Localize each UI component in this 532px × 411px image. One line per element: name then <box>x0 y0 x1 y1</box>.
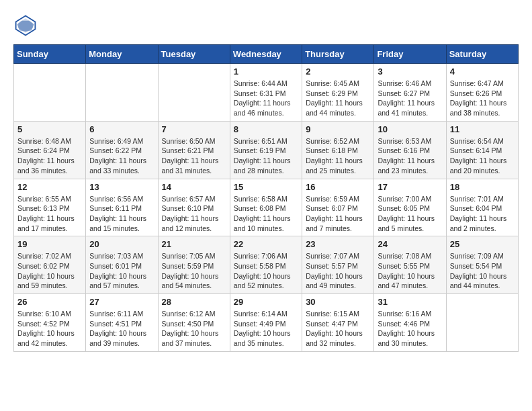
day-info: Sunrise: 6:15 AM Sunset: 4:47 PM Dayligh… <box>306 309 370 349</box>
calendar-week-row: 19Sunrise: 7:02 AM Sunset: 6:02 PM Dayli… <box>14 236 519 294</box>
day-info: Sunrise: 6:48 AM Sunset: 6:24 PM Dayligh… <box>17 136 82 176</box>
calendar-cell: 14Sunrise: 6:57 AM Sunset: 6:10 PM Dayli… <box>158 179 230 236</box>
day-number: 5 <box>17 124 82 134</box>
day-info: Sunrise: 6:47 AM Sunset: 6:26 PM Dayligh… <box>450 79 515 118</box>
calendar-cell: 8Sunrise: 6:51 AM Sunset: 6:19 PM Daylig… <box>230 121 302 179</box>
day-number: 16 <box>306 182 370 192</box>
day-info: Sunrise: 7:08 AM Sunset: 5:55 PM Dayligh… <box>378 251 442 291</box>
calendar-week-row: 5Sunrise: 6:48 AM Sunset: 6:24 PM Daylig… <box>14 121 519 179</box>
day-info: Sunrise: 7:02 AM Sunset: 6:02 PM Dayligh… <box>17 251 82 291</box>
day-info: Sunrise: 6:12 AM Sunset: 4:50 PM Dayligh… <box>162 309 226 349</box>
weekday-header-wednesday: Wednesday <box>230 45 302 64</box>
calendar-cell: 10Sunrise: 6:53 AM Sunset: 6:16 PM Dayli… <box>374 121 446 179</box>
calendar-cell: 3Sunrise: 6:46 AM Sunset: 6:27 PM Daylig… <box>374 64 446 122</box>
day-number: 1 <box>234 66 298 77</box>
day-number: 23 <box>306 239 370 249</box>
calendar-cell: 22Sunrise: 7:06 AM Sunset: 5:58 PM Dayli… <box>230 236 302 294</box>
weekday-header-friday: Friday <box>374 45 446 64</box>
day-number: 2 <box>306 66 370 77</box>
day-number: 26 <box>17 297 82 307</box>
day-number: 3 <box>378 66 442 77</box>
calendar-cell: 18Sunrise: 7:01 AM Sunset: 6:04 PM Dayli… <box>446 179 518 236</box>
day-number: 4 <box>450 66 515 77</box>
day-info: Sunrise: 6:50 AM Sunset: 6:21 PM Dayligh… <box>162 136 226 176</box>
day-info: Sunrise: 7:01 AM Sunset: 6:04 PM Dayligh… <box>450 194 515 234</box>
day-number: 6 <box>89 124 154 134</box>
weekday-header-sunday: Sunday <box>14 45 86 64</box>
calendar-cell: 5Sunrise: 6:48 AM Sunset: 6:24 PM Daylig… <box>14 121 86 179</box>
day-info: Sunrise: 6:10 AM Sunset: 4:52 PM Dayligh… <box>17 309 82 349</box>
day-info: Sunrise: 7:03 AM Sunset: 6:01 PM Dayligh… <box>89 251 154 291</box>
day-number: 11 <box>450 124 515 134</box>
day-info: Sunrise: 6:49 AM Sunset: 6:22 PM Dayligh… <box>89 136 154 176</box>
calendar-week-row: 26Sunrise: 6:10 AM Sunset: 4:52 PM Dayli… <box>14 294 519 352</box>
logo-icon <box>13 13 38 38</box>
day-info: Sunrise: 7:06 AM Sunset: 5:58 PM Dayligh… <box>234 251 298 291</box>
day-number: 12 <box>17 182 82 192</box>
calendar-cell: 1Sunrise: 6:44 AM Sunset: 6:31 PM Daylig… <box>230 64 302 122</box>
day-number: 30 <box>306 297 370 307</box>
day-number: 10 <box>378 124 442 134</box>
day-info: Sunrise: 6:55 AM Sunset: 6:13 PM Dayligh… <box>17 194 82 234</box>
day-number: 8 <box>234 124 298 134</box>
day-number: 28 <box>162 297 226 307</box>
day-number: 22 <box>234 239 298 249</box>
day-number: 9 <box>306 124 370 134</box>
calendar-cell: 31Sunrise: 6:16 AM Sunset: 4:46 PM Dayli… <box>374 294 446 352</box>
weekday-header-tuesday: Tuesday <box>158 45 230 64</box>
calendar-cell: 24Sunrise: 7:08 AM Sunset: 5:55 PM Dayli… <box>374 236 446 294</box>
day-info: Sunrise: 6:45 AM Sunset: 6:29 PM Dayligh… <box>306 79 370 118</box>
day-number: 31 <box>378 297 442 307</box>
day-info: Sunrise: 7:07 AM Sunset: 5:57 PM Dayligh… <box>306 251 370 291</box>
day-info: Sunrise: 6:11 AM Sunset: 4:51 PM Dayligh… <box>89 309 154 349</box>
calendar-cell <box>158 64 230 122</box>
day-info: Sunrise: 6:44 AM Sunset: 6:31 PM Dayligh… <box>234 79 298 118</box>
calendar-cell <box>86 64 158 122</box>
calendar-header-row: SundayMondayTuesdayWednesdayThursdayFrid… <box>14 45 519 64</box>
day-info: Sunrise: 6:54 AM Sunset: 6:14 PM Dayligh… <box>450 136 515 176</box>
calendar-cell: 2Sunrise: 6:45 AM Sunset: 6:29 PM Daylig… <box>302 64 374 122</box>
calendar-cell: 29Sunrise: 6:14 AM Sunset: 4:49 PM Dayli… <box>230 294 302 352</box>
day-info: Sunrise: 7:00 AM Sunset: 6:05 PM Dayligh… <box>378 194 442 234</box>
calendar-cell: 28Sunrise: 6:12 AM Sunset: 4:50 PM Dayli… <box>158 294 230 352</box>
day-info: Sunrise: 6:56 AM Sunset: 6:11 PM Dayligh… <box>89 194 154 234</box>
calendar-cell: 17Sunrise: 7:00 AM Sunset: 6:05 PM Dayli… <box>374 179 446 236</box>
day-number: 20 <box>89 239 154 249</box>
calendar-cell: 16Sunrise: 6:59 AM Sunset: 6:07 PM Dayli… <box>302 179 374 236</box>
day-number: 18 <box>450 182 515 192</box>
calendar-week-row: 12Sunrise: 6:55 AM Sunset: 6:13 PM Dayli… <box>14 179 519 236</box>
calendar-cell: 25Sunrise: 7:09 AM Sunset: 5:54 PM Dayli… <box>446 236 518 294</box>
calendar-cell: 20Sunrise: 7:03 AM Sunset: 6:01 PM Dayli… <box>86 236 158 294</box>
calendar-table: SundayMondayTuesdayWednesdayThursdayFrid… <box>13 44 519 352</box>
calendar-cell: 30Sunrise: 6:15 AM Sunset: 4:47 PM Dayli… <box>302 294 374 352</box>
day-info: Sunrise: 6:57 AM Sunset: 6:10 PM Dayligh… <box>162 194 226 234</box>
day-number: 29 <box>234 297 298 307</box>
day-number: 24 <box>378 239 442 249</box>
weekday-header-thursday: Thursday <box>302 45 374 64</box>
calendar-cell: 15Sunrise: 6:58 AM Sunset: 6:08 PM Dayli… <box>230 179 302 236</box>
calendar-week-row: 1Sunrise: 6:44 AM Sunset: 6:31 PM Daylig… <box>14 64 519 122</box>
day-info: Sunrise: 6:14 AM Sunset: 4:49 PM Dayligh… <box>234 309 298 349</box>
day-number: 15 <box>234 182 298 192</box>
calendar-cell <box>14 64 86 122</box>
day-info: Sunrise: 6:59 AM Sunset: 6:07 PM Dayligh… <box>306 194 370 234</box>
calendar-cell: 21Sunrise: 7:05 AM Sunset: 5:59 PM Dayli… <box>158 236 230 294</box>
page-header <box>13 13 519 38</box>
day-info: Sunrise: 6:52 AM Sunset: 6:18 PM Dayligh… <box>306 136 370 176</box>
day-number: 7 <box>162 124 226 134</box>
calendar-cell: 12Sunrise: 6:55 AM Sunset: 6:13 PM Dayli… <box>14 179 86 236</box>
day-info: Sunrise: 6:53 AM Sunset: 6:16 PM Dayligh… <box>378 136 442 176</box>
calendar-cell: 26Sunrise: 6:10 AM Sunset: 4:52 PM Dayli… <box>14 294 86 352</box>
day-info: Sunrise: 6:46 AM Sunset: 6:27 PM Dayligh… <box>378 79 442 118</box>
weekday-header-monday: Monday <box>86 45 158 64</box>
day-info: Sunrise: 7:09 AM Sunset: 5:54 PM Dayligh… <box>450 251 515 291</box>
day-number: 21 <box>162 239 226 249</box>
day-number: 14 <box>162 182 226 192</box>
day-info: Sunrise: 6:58 AM Sunset: 6:08 PM Dayligh… <box>234 194 298 234</box>
day-number: 25 <box>450 239 515 249</box>
calendar-cell: 11Sunrise: 6:54 AM Sunset: 6:14 PM Dayli… <box>446 121 518 179</box>
day-info: Sunrise: 6:51 AM Sunset: 6:19 PM Dayligh… <box>234 136 298 176</box>
day-info: Sunrise: 6:16 AM Sunset: 4:46 PM Dayligh… <box>378 309 442 349</box>
weekday-header-saturday: Saturday <box>446 45 518 64</box>
calendar-cell: 9Sunrise: 6:52 AM Sunset: 6:18 PM Daylig… <box>302 121 374 179</box>
